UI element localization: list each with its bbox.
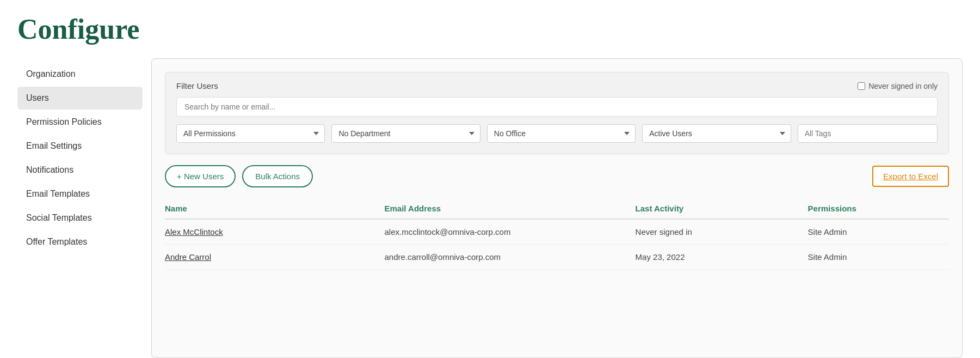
table-header-row: Name Email Address Last Activity Permiss… [165,198,949,219]
never-signed-only-label[interactable]: Never signed in only [858,82,938,90]
filter-title-bar: Filter Users Never signed in only [176,81,938,90]
table-row: Alex McClintock alex.mcclintock@omniva-c… [165,219,949,245]
user-name-link[interactable]: Andre Carrol [165,252,211,262]
tags-input[interactable] [798,124,938,143]
col-header-name: Name [165,198,384,219]
user-email-cell: andre.carroll@omniva-corp.com [384,245,635,270]
never-signed-checkbox[interactable] [858,82,865,90]
never-signed-label-text: Never signed in only [868,82,938,90]
status-dropdown[interactable]: Active Users [642,124,791,143]
export-to-excel-button[interactable]: Export to Excel [872,166,949,187]
col-header-activity: Last Activity [636,198,808,219]
table-header: Name Email Address Last Activity Permiss… [165,198,949,219]
user-name-link[interactable]: Alex McClintock [165,227,223,236]
user-activity-cell: Never signed in [636,219,808,245]
user-permissions-cell: Site Admin [808,219,949,245]
sidebar-item-organization[interactable]: Organization [17,63,143,86]
col-header-permissions: Permissions [808,198,949,219]
sidebar-item-offer-templates[interactable]: Offer Templates [17,230,143,253]
page-title: Configure [17,13,963,45]
sidebar-item-email-templates[interactable]: Email Templates [17,183,143,205]
user-name-cell: Andre Carrol [165,245,384,270]
action-buttons-left: + New Users Bulk Actions [165,165,313,187]
sidebar-item-social-templates[interactable]: Social Templates [17,207,143,229]
main-layout: OrganizationUsersPermission PoliciesEmai… [17,58,963,358]
col-header-email: Email Address [384,198,635,219]
users-table-body: Alex McClintock alex.mcclintock@omniva-c… [165,219,949,270]
sidebar-item-users[interactable]: Users [17,87,143,110]
table-row: Andre Carrol andre.carroll@omniva-corp.c… [165,245,949,270]
user-name-cell: Alex McClintock [165,219,384,245]
filter-dropdowns: All Permissions No Department No Office … [176,124,938,143]
sidebar-item-permission-policies[interactable]: Permission Policies [17,111,143,134]
filter-section: Filter Users Never signed in only All Pe… [165,72,949,154]
search-input[interactable] [176,97,938,117]
page-container: Configure OrganizationUsersPermission Po… [0,0,980,358]
sidebar-item-notifications[interactable]: Notifications [17,159,143,181]
user-activity-cell: May 23, 2022 [636,245,808,270]
users-table: Name Email Address Last Activity Permiss… [165,198,949,270]
content-area: Filter Users Never signed in only All Pe… [151,58,963,358]
filter-title-text: Filter Users [176,81,218,90]
sidebar: OrganizationUsersPermission PoliciesEmai… [17,58,143,358]
department-dropdown[interactable]: No Department [331,124,480,143]
user-email-cell: alex.mcclintock@omniva-corp.com [384,219,635,245]
permissions-dropdown[interactable]: All Permissions [176,124,325,143]
user-permissions-cell: Site Admin [808,245,949,270]
sidebar-item-email-settings[interactable]: Email Settings [17,135,143,157]
new-users-button[interactable]: + New Users [165,165,236,187]
action-bar: + New Users Bulk Actions Export to Excel [165,165,949,187]
office-dropdown[interactable]: No Office [487,124,636,143]
bulk-actions-button[interactable]: Bulk Actions [242,165,313,187]
